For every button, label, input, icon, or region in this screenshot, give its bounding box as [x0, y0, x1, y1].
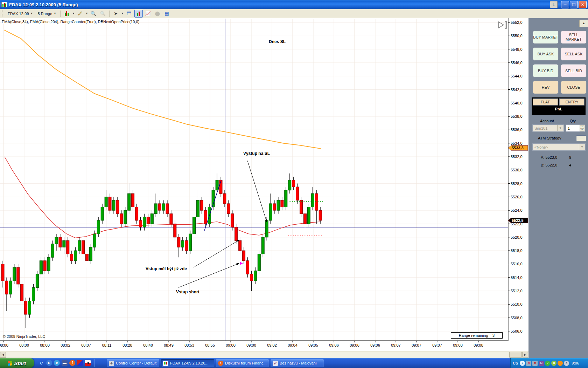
entry-cell[interactable]: ENTRY	[559, 98, 584, 105]
windows-logo-icon	[8, 361, 12, 366]
antivirus-check-icon[interactable]: ✓	[545, 361, 550, 366]
avast-icon[interactable]: a	[564, 361, 569, 366]
explorer-icon[interactable]: e	[54, 360, 60, 366]
horizontal-scrollbar[interactable]	[0, 352, 528, 358]
reload-icon[interactable]: ⬤	[153, 10, 162, 18]
svg-text:5534,0: 5534,0	[511, 141, 523, 145]
toolbar-separator	[60, 11, 61, 17]
close-position-button[interactable]: CLOSE	[561, 81, 587, 94]
language-button[interactable]: L	[550, 1, 558, 8]
buy-bid-button[interactable]: BUY BID	[533, 64, 559, 77]
qty-stepper[interactable]: ▲ ▼	[580, 125, 584, 131]
toolbar-grip[interactable]	[2, 10, 4, 17]
zoom-in-icon[interactable]: 🔍	[89, 10, 98, 18]
network-disconnected-icon[interactable]: ✕	[526, 361, 531, 366]
task-forum-firefox[interactable]: f Diskuzní fórum Financ...	[216, 359, 269, 367]
svg-text:08:11: 08:11	[102, 343, 112, 347]
mini-chart-icon[interactable]: 📈	[144, 10, 152, 18]
sell-ask-button[interactable]: SELL ASK	[561, 47, 587, 61]
draw-tool-icon[interactable]: 🖉	[76, 10, 84, 18]
chart-style-icon[interactable]	[63, 10, 71, 18]
svg-text:5510,0: 5510,0	[511, 302, 523, 306]
svg-text:5550,0: 5550,0	[511, 34, 523, 38]
zoom-out-icon[interactable]: 🔍	[99, 10, 107, 18]
ie-icon[interactable]: e	[38, 360, 44, 366]
messenger-icon[interactable]	[558, 361, 563, 366]
icon-bar	[5, 4, 6, 7]
svg-text:08:55: 08:55	[205, 343, 215, 347]
step-up-icon[interactable]: ▲	[580, 125, 584, 128]
account-select[interactable]: Sim101 ▼	[532, 124, 564, 132]
svg-text:5524,0: 5524,0	[511, 208, 523, 212]
logo-square	[8, 361, 10, 363]
panel-scroll-up-button[interactable]: ▲	[579, 20, 588, 27]
icon-bar	[65, 13, 66, 16]
taskbar-divider	[94, 359, 94, 367]
fsecure-icon[interactable]: ✿	[551, 361, 556, 366]
candlestick-icon	[137, 11, 140, 16]
cursor-tool-icon[interactable]: ➤	[112, 10, 120, 18]
ask-price-label: A: 5523,0	[541, 155, 557, 159]
annotation-entry-late: Vstup měl být již zde	[146, 266, 187, 271]
task-control-center[interactable]: ◆ Control Center - Default	[107, 359, 159, 367]
sell-market-button[interactable]: SELL MARKET	[561, 30, 587, 44]
chevron-down-icon[interactable]: ▼	[72, 12, 75, 15]
chevron-down-icon[interactable]: ▼	[121, 12, 124, 15]
svg-text:5514,0: 5514,0	[511, 275, 523, 280]
price-chart[interactable]: 08:0008:0008:0008:0208:0708:1108:2808:40…	[0, 18, 528, 351]
nvidia-icon[interactable]: N	[539, 361, 544, 366]
indicator-label: EMA(Close,34), EMA(Close,204), RangeCoun…	[2, 20, 139, 24]
svg-text:09:00: 09:00	[246, 343, 256, 347]
qty-input[interactable]: 1 ▲ ▼	[566, 124, 585, 132]
period-selector[interactable]: 5 Range ▼	[36, 11, 58, 16]
annotation-today-sl: Dnes SL	[269, 39, 286, 44]
properties-grid-icon[interactable]: ▦	[163, 10, 171, 18]
task-label: FDAX 12-09 2.10.20...	[170, 361, 208, 365]
scroll-right-button[interactable]: ►	[522, 352, 528, 358]
atm-strategy-select[interactable]: <None> ▼	[532, 143, 586, 151]
logo-square	[10, 363, 12, 366]
task-paint[interactable]: 🖌 Bez názvu - Malování	[271, 359, 324, 367]
scrollbar-thumb[interactable]	[509, 352, 522, 358]
app-icon[interactable]	[77, 360, 83, 366]
reverse-button[interactable]: REV	[533, 81, 559, 94]
svg-text:09:07: 09:07	[391, 343, 401, 347]
chart-trader-panel: ▲ BUY MARKET SELL MARKET BUY ASK SELL AS…	[528, 18, 588, 358]
instrument-selector[interactable]: FDAX 12-09 ▼	[6, 11, 35, 16]
buy-ask-button[interactable]: BUY ASK	[533, 47, 559, 61]
svg-text:5526,0: 5526,0	[511, 195, 523, 199]
network-disconnected-icon[interactable]: ✕	[532, 361, 538, 366]
scroll-left-button[interactable]: ◄	[0, 352, 6, 358]
hide-icons-button[interactable]: «	[520, 361, 525, 366]
chart-canvas[interactable]: 08:0008:0008:0008:0208:0708:1108:2808:40…	[0, 18, 528, 352]
flat-cell[interactable]: FLAT	[533, 98, 558, 105]
paint-icon: 🖌	[273, 361, 278, 366]
start-label: Start	[14, 360, 26, 366]
media-player-icon[interactable]: ▶	[46, 360, 52, 366]
restore-button[interactable]: ❐	[570, 1, 578, 8]
firefox-icon[interactable]: f	[69, 360, 75, 366]
save-icon[interactable]: ▬	[62, 360, 68, 366]
control-center-icon: ◆	[109, 361, 114, 366]
close-button[interactable]: ✕	[579, 1, 587, 8]
sell-bid-button[interactable]: SELL BID	[561, 64, 587, 77]
task-fdax-chart[interactable]: ▮▮ FDAX 12-09 2.10.20...	[161, 359, 214, 367]
bid-size-label: 4	[569, 163, 571, 167]
step-down-icon[interactable]: ▼	[580, 128, 584, 131]
svg-text:5533,3: 5533,3	[512, 146, 524, 150]
svg-text:5540,0: 5540,0	[511, 101, 523, 105]
language-indicator[interactable]: CS	[513, 361, 518, 365]
minimize-button[interactable]: ─	[561, 1, 569, 8]
chevron-down-icon[interactable]: ▼	[85, 12, 88, 15]
buy-market-button[interactable]: BUY MARKET	[533, 30, 559, 44]
annotation-exit-sl: Výstup na SL	[243, 151, 270, 156]
svg-text:5538,0: 5538,0	[511, 114, 523, 118]
svg-text:5512,0: 5512,0	[511, 289, 523, 293]
start-button[interactable]: Start	[0, 358, 34, 368]
chart-trader-icon[interactable]	[134, 10, 143, 18]
atm-strategy-value: <None>	[534, 145, 548, 149]
svg-text:5532,0: 5532,0	[511, 155, 523, 159]
atm-more-button[interactable]: ...	[576, 135, 586, 141]
flag-icon[interactable]: ◄	[85, 360, 91, 366]
data-box-icon[interactable]: 🗔	[125, 10, 133, 18]
